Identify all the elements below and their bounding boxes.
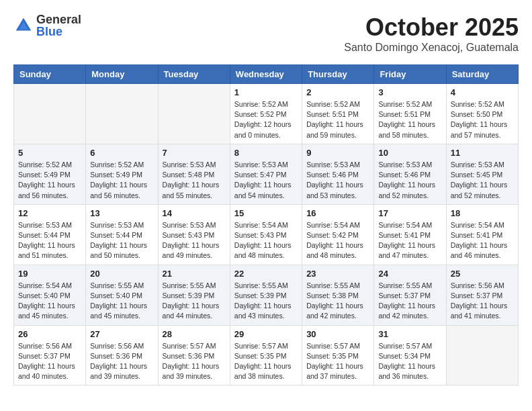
day-number: 15: [234, 208, 298, 218]
day-number: 31: [378, 329, 441, 339]
day-info: Sunrise: 5:56 AM Sunset: 5:37 PM Dayligh…: [451, 281, 514, 322]
day-info: Sunrise: 5:55 AM Sunset: 5:40 PM Dayligh…: [90, 281, 153, 322]
weekday-header-friday: Friday: [374, 65, 446, 84]
weekday-header-row: SundayMondayTuesdayWednesdayThursdayFrid…: [14, 65, 519, 84]
day-info: Sunrise: 5:52 AM Sunset: 5:51 PM Dayligh…: [306, 99, 369, 140]
day-number: 20: [90, 269, 153, 279]
day-number: 28: [163, 329, 226, 339]
day-info: Sunrise: 5:56 AM Sunset: 5:36 PM Dayligh…: [90, 341, 153, 382]
day-number: 11: [451, 148, 514, 158]
day-number: 22: [234, 269, 298, 279]
calendar-cell: 12Sunrise: 5:53 AM Sunset: 5:44 PM Dayli…: [14, 204, 86, 265]
calendar-cell: 14Sunrise: 5:53 AM Sunset: 5:43 PM Dayli…: [158, 204, 230, 265]
logo-text: General Blue: [36, 13, 81, 38]
day-info: Sunrise: 5:53 AM Sunset: 5:43 PM Dayligh…: [163, 220, 226, 261]
day-info: Sunrise: 5:53 AM Sunset: 5:45 PM Dayligh…: [451, 160, 514, 201]
calendar-cell: 26Sunrise: 5:56 AM Sunset: 5:37 PM Dayli…: [14, 325, 86, 385]
calendar-cell: 22Sunrise: 5:55 AM Sunset: 5:39 PM Dayli…: [230, 265, 302, 325]
day-info: Sunrise: 5:53 AM Sunset: 5:47 PM Dayligh…: [234, 160, 298, 201]
day-info: Sunrise: 5:53 AM Sunset: 5:46 PM Dayligh…: [306, 160, 369, 201]
calendar-cell: 3Sunrise: 5:52 AM Sunset: 5:51 PM Daylig…: [374, 84, 446, 144]
day-number: 6: [90, 148, 153, 158]
calendar-cell: 7Sunrise: 5:53 AM Sunset: 5:48 PM Daylig…: [158, 144, 230, 204]
calendar-cell: 18Sunrise: 5:54 AM Sunset: 5:41 PM Dayli…: [446, 204, 518, 265]
calendar-cell: [446, 325, 518, 385]
calendar-cell: 25Sunrise: 5:56 AM Sunset: 5:37 PM Dayli…: [446, 265, 518, 325]
day-info: Sunrise: 5:55 AM Sunset: 5:39 PM Dayligh…: [163, 281, 226, 322]
day-number: 10: [378, 148, 441, 158]
calendar-cell: 10Sunrise: 5:53 AM Sunset: 5:46 PM Dayli…: [374, 144, 446, 204]
day-number: 3: [378, 87, 441, 97]
day-info: Sunrise: 5:55 AM Sunset: 5:39 PM Dayligh…: [234, 281, 298, 322]
calendar-week-row: 19Sunrise: 5:54 AM Sunset: 5:40 PM Dayli…: [14, 265, 519, 325]
day-number: 7: [163, 148, 226, 158]
calendar-cell: 24Sunrise: 5:55 AM Sunset: 5:37 PM Dayli…: [374, 265, 446, 325]
calendar-cell: 20Sunrise: 5:55 AM Sunset: 5:40 PM Dayli…: [86, 265, 158, 325]
day-number: 18: [451, 208, 514, 218]
logo-general-label: General: [36, 13, 81, 26]
weekday-header-monday: Monday: [86, 65, 158, 84]
day-info: Sunrise: 5:52 AM Sunset: 5:49 PM Dayligh…: [18, 160, 81, 201]
calendar-cell: 5Sunrise: 5:52 AM Sunset: 5:49 PM Daylig…: [14, 144, 86, 204]
calendar-table: SundayMondayTuesdayWednesdayThursdayFrid…: [13, 64, 519, 385]
calendar-cell: 9Sunrise: 5:53 AM Sunset: 5:46 PM Daylig…: [302, 144, 374, 204]
calendar-cell: 19Sunrise: 5:54 AM Sunset: 5:40 PM Dayli…: [14, 265, 86, 325]
day-number: 27: [90, 329, 153, 339]
day-info: Sunrise: 5:53 AM Sunset: 5:44 PM Dayligh…: [18, 220, 81, 261]
location-subtitle: Santo Domingo Xenacoj, Guatemala: [344, 42, 519, 54]
day-info: Sunrise: 5:54 AM Sunset: 5:40 PM Dayligh…: [18, 281, 81, 322]
day-number: 21: [163, 269, 226, 279]
day-info: Sunrise: 5:52 AM Sunset: 5:50 PM Dayligh…: [451, 99, 514, 140]
day-number: 24: [378, 269, 441, 279]
day-number: 16: [306, 208, 369, 218]
day-info: Sunrise: 5:57 AM Sunset: 5:35 PM Dayligh…: [234, 341, 298, 382]
day-number: 30: [306, 329, 369, 339]
day-info: Sunrise: 5:54 AM Sunset: 5:42 PM Dayligh…: [306, 220, 369, 261]
day-number: 17: [378, 208, 441, 218]
day-number: 25: [451, 269, 514, 279]
day-info: Sunrise: 5:54 AM Sunset: 5:41 PM Dayligh…: [378, 220, 441, 261]
day-info: Sunrise: 5:52 AM Sunset: 5:49 PM Dayligh…: [90, 160, 153, 201]
logo-blue-label: Blue: [36, 26, 81, 38]
calendar-cell: 23Sunrise: 5:55 AM Sunset: 5:38 PM Dayli…: [302, 265, 374, 325]
day-info: Sunrise: 5:52 AM Sunset: 5:51 PM Dayligh…: [378, 99, 441, 140]
calendar-cell: 6Sunrise: 5:52 AM Sunset: 5:49 PM Daylig…: [86, 144, 158, 204]
calendar-cell: 30Sunrise: 5:57 AM Sunset: 5:35 PM Dayli…: [302, 325, 374, 385]
calendar-cell: 31Sunrise: 5:57 AM Sunset: 5:34 PM Dayli…: [374, 325, 446, 385]
day-number: 9: [306, 148, 369, 158]
weekday-header-thursday: Thursday: [302, 65, 374, 84]
weekday-header-wednesday: Wednesday: [230, 65, 302, 84]
weekday-header-saturday: Saturday: [446, 65, 518, 84]
day-info: Sunrise: 5:54 AM Sunset: 5:43 PM Dayligh…: [234, 220, 298, 261]
logo-icon: [13, 15, 34, 36]
day-number: 8: [234, 148, 298, 158]
calendar-week-row: 1Sunrise: 5:52 AM Sunset: 5:52 PM Daylig…: [14, 84, 519, 144]
calendar-cell: 21Sunrise: 5:55 AM Sunset: 5:39 PM Dayli…: [158, 265, 230, 325]
title-section: October 2025 Santo Domingo Xenacoj, Guat…: [344, 13, 519, 54]
day-info: Sunrise: 5:55 AM Sunset: 5:37 PM Dayligh…: [378, 281, 441, 322]
day-number: 23: [306, 269, 369, 279]
day-number: 19: [18, 269, 81, 279]
calendar-cell: 13Sunrise: 5:53 AM Sunset: 5:44 PM Dayli…: [86, 204, 158, 265]
calendar-week-row: 26Sunrise: 5:56 AM Sunset: 5:37 PM Dayli…: [14, 325, 519, 385]
day-info: Sunrise: 5:54 AM Sunset: 5:41 PM Dayligh…: [451, 220, 514, 261]
calendar-cell: 8Sunrise: 5:53 AM Sunset: 5:47 PM Daylig…: [230, 144, 302, 204]
calendar-cell: 29Sunrise: 5:57 AM Sunset: 5:35 PM Dayli…: [230, 325, 302, 385]
day-info: Sunrise: 5:53 AM Sunset: 5:48 PM Dayligh…: [163, 160, 226, 201]
calendar-cell: 16Sunrise: 5:54 AM Sunset: 5:42 PM Dayli…: [302, 204, 374, 265]
calendar-cell: 17Sunrise: 5:54 AM Sunset: 5:41 PM Dayli…: [374, 204, 446, 265]
calendar-cell: 15Sunrise: 5:54 AM Sunset: 5:43 PM Dayli…: [230, 204, 302, 265]
weekday-header-tuesday: Tuesday: [158, 65, 230, 84]
day-number: 26: [18, 329, 81, 339]
calendar-cell: 1Sunrise: 5:52 AM Sunset: 5:52 PM Daylig…: [230, 84, 302, 144]
calendar-cell: [158, 84, 230, 144]
page-header: General Blue October 2025 Santo Domingo …: [13, 13, 519, 54]
day-info: Sunrise: 5:56 AM Sunset: 5:37 PM Dayligh…: [18, 341, 81, 382]
day-number: 5: [18, 148, 81, 158]
month-title: October 2025: [344, 13, 519, 42]
day-number: 4: [451, 87, 514, 97]
day-number: 1: [234, 87, 298, 97]
calendar-week-row: 5Sunrise: 5:52 AM Sunset: 5:49 PM Daylig…: [14, 144, 519, 204]
calendar-cell: [86, 84, 158, 144]
calendar-week-row: 12Sunrise: 5:53 AM Sunset: 5:44 PM Dayli…: [14, 204, 519, 265]
